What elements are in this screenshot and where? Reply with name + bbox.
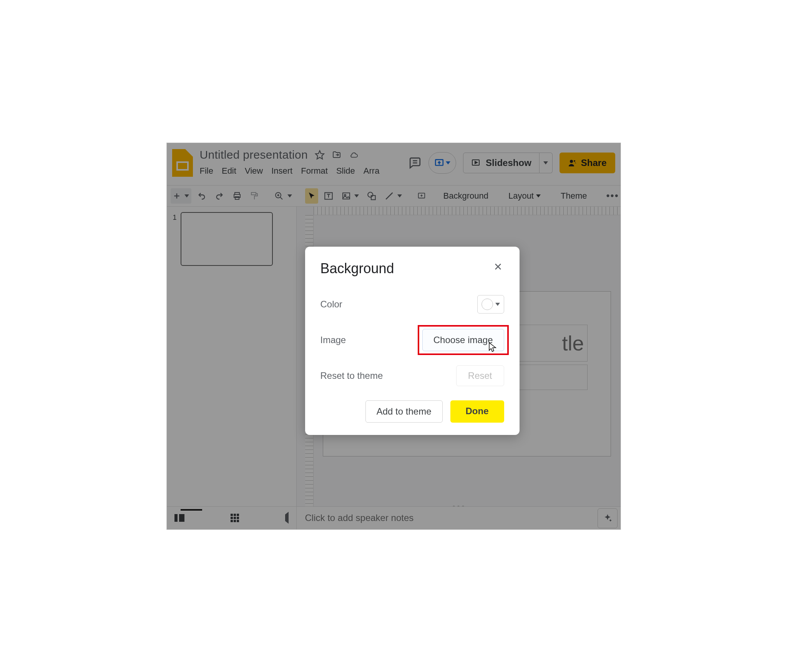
- svg-line-15: [280, 197, 282, 199]
- color-swatch-icon: [481, 299, 493, 310]
- comments-icon[interactable]: [408, 156, 422, 169]
- caret-down-icon: [184, 194, 189, 197]
- grid-view-button[interactable]: [231, 514, 239, 522]
- svg-point-6: [570, 160, 573, 163]
- new-slide-button[interactable]: [171, 188, 191, 204]
- speaker-notes-placeholder: Click to add speaker notes: [305, 513, 414, 523]
- doc-title[interactable]: Untitled presentation: [200, 148, 308, 161]
- slideshow-button[interactable]: Slideshow: [463, 153, 540, 173]
- caret-down-icon: [397, 194, 402, 197]
- app-logo-icon[interactable]: [172, 149, 193, 177]
- svg-marker-0: [315, 151, 324, 159]
- layout-label: Layout: [508, 191, 534, 201]
- menu-view[interactable]: View: [245, 166, 263, 176]
- svg-rect-13: [251, 192, 256, 195]
- slideshow-label: Slideshow: [486, 158, 531, 168]
- menu-slide[interactable]: Slide: [336, 166, 355, 176]
- slide-number: 1: [173, 212, 177, 266]
- slide-thumbnail[interactable]: [181, 212, 273, 266]
- chevron-left-icon: [285, 512, 289, 524]
- dialog-reset-label: Reset to theme: [320, 370, 383, 381]
- collapse-filmstrip-button[interactable]: [285, 514, 289, 521]
- svg-marker-5: [475, 161, 477, 164]
- dialog-color-label: Color: [320, 299, 342, 310]
- caret-down-icon: [446, 161, 450, 164]
- select-tool-button[interactable]: [305, 188, 318, 204]
- menu-arrange[interactable]: Arra: [364, 166, 380, 176]
- svg-rect-21: [343, 193, 350, 199]
- app-window: Untitled presentation File Edit: [167, 143, 621, 529]
- more-tools-button[interactable]: •••: [602, 190, 621, 202]
- color-picker-button[interactable]: [477, 295, 504, 314]
- dialog-image-label: Image: [320, 335, 346, 345]
- speaker-notes-input[interactable]: Click to add speaker notes: [297, 507, 594, 529]
- caret-down-icon: [287, 194, 292, 197]
- share-label: Share: [581, 158, 607, 168]
- bottom-bar: Click to add speaker notes: [167, 506, 621, 529]
- menu-file[interactable]: File: [200, 166, 213, 176]
- slide-title-visible-text: tle: [562, 331, 587, 355]
- header: Untitled presentation File Edit: [167, 143, 621, 185]
- star-icon[interactable]: [315, 150, 325, 160]
- cloud-status-icon[interactable]: [349, 151, 359, 159]
- caret-down-icon: [536, 194, 541, 197]
- caret-down-icon: [543, 161, 548, 164]
- caret-down-icon: [495, 303, 500, 306]
- paint-format-button[interactable]: [247, 188, 261, 204]
- add-comment-button[interactable]: [415, 188, 428, 204]
- slideshow-caret-button[interactable]: [540, 153, 553, 173]
- present-button[interactable]: [428, 152, 456, 174]
- menu-edit[interactable]: Edit: [222, 166, 236, 176]
- caret-down-icon: [354, 194, 359, 197]
- menu-format[interactable]: Format: [301, 166, 328, 176]
- svg-point-23: [368, 192, 373, 197]
- resize-handle-icon[interactable]: [453, 506, 464, 506]
- reset-button[interactable]: Reset: [456, 365, 504, 386]
- move-folder-icon[interactable]: [332, 150, 342, 159]
- filmstrip[interactable]: 1: [167, 207, 297, 506]
- background-tool-button[interactable]: Background: [439, 188, 493, 204]
- choose-image-button[interactable]: Choose image: [422, 329, 504, 351]
- done-button[interactable]: Done: [450, 400, 504, 423]
- svg-line-25: [386, 192, 392, 199]
- layout-tool-button[interactable]: Layout: [504, 188, 545, 204]
- background-dialog: Background Color Image: [305, 247, 520, 435]
- add-to-theme-button[interactable]: Add to theme: [365, 400, 443, 423]
- menu-bar: File Edit View Insert Format Slide Arra: [200, 166, 409, 176]
- toolbar: Background Layout Theme •••: [167, 185, 621, 207]
- svg-rect-24: [371, 195, 375, 199]
- image-button[interactable]: [339, 188, 361, 204]
- dialog-title: Background: [320, 261, 394, 277]
- share-button[interactable]: Share: [560, 153, 615, 173]
- dialog-close-button[interactable]: [492, 261, 504, 275]
- svg-point-7: [574, 160, 575, 162]
- undo-button[interactable]: [194, 188, 209, 204]
- textbox-button[interactable]: [321, 188, 336, 204]
- ruler-horizontal[interactable]: [314, 207, 621, 215]
- shape-button[interactable]: [364, 188, 379, 204]
- line-button[interactable]: [382, 188, 404, 204]
- zoom-button[interactable]: [272, 188, 294, 204]
- filmstrip-view-button[interactable]: [174, 514, 184, 522]
- theme-tool-button[interactable]: Theme: [556, 188, 591, 204]
- explore-button[interactable]: [598, 508, 618, 528]
- redo-button[interactable]: [212, 188, 227, 204]
- print-button[interactable]: [230, 188, 244, 204]
- menu-insert[interactable]: Insert: [271, 166, 292, 176]
